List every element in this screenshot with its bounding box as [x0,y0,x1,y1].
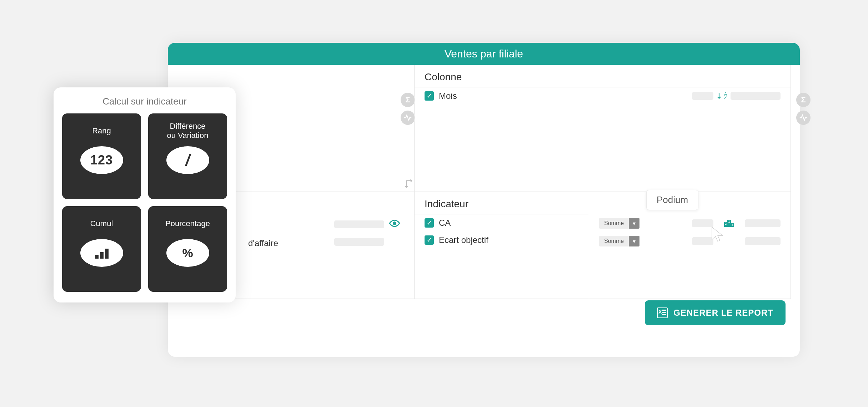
calc-tile-pourcentage[interactable]: Pourcentage % [148,206,227,292]
svg-point-1 [393,222,396,225]
checkbox-checked-icon[interactable]: ✓ [425,218,434,228]
calc-tile-difference[interactable]: Différence ou Variation / [148,113,227,199]
calc-tile-label: Rang [92,121,111,141]
colonne-heading: Colonne [415,65,791,87]
placeholder-pill [745,237,781,245]
svg-rect-3 [100,252,104,259]
checkbox-checked-icon[interactable]: ✓ [425,235,434,245]
generate-report-button[interactable]: GENERER LE REPORT [645,300,786,325]
svg-rect-4 [105,249,109,259]
sort-az-icon[interactable]: AZ [717,92,727,100]
placeholder-pill [731,92,781,100]
aggregation-select-ecart[interactable]: Somme ▾ [599,236,639,246]
cumul-bars-icon [80,239,123,267]
indicateur-item-label: CA [439,218,451,228]
podium-icon[interactable]: 213 [724,220,734,227]
calcul-indicateur-panel: Calcul sur indicateur Rang 123 Différenc… [54,87,236,302]
placeholder-pill [692,219,713,227]
indicateur-item-ca[interactable]: ✓ CA [415,214,589,232]
calc-tile-symbol: % [166,239,209,267]
calc-tile-label: Cumul [90,214,113,233]
placeholder-pill [745,219,781,227]
generate-report-label: GENERER LE REPORT [673,308,773,318]
indicateur-section: Indicateur ✓ CA ✓ Ecart objectif [414,192,589,299]
excel-icon [657,307,668,318]
colonne-section: Colonne ✓ Mois AZ [414,65,791,192]
calcul-panel-title: Calcul sur indicateur [62,96,227,107]
pulse-right-button[interactable] [796,111,811,125]
cursor-icon [711,226,725,245]
calc-tile-symbol: 123 [80,146,123,174]
calc-tile-label: Différence ou Variation [167,121,209,141]
calc-tile-symbol: / [166,146,209,174]
podium-tooltip: Podium [646,190,698,210]
calc-tile-label: Pourcentage [165,214,210,233]
window-title: Ventes par filiale [168,43,800,65]
placeholder-pill [692,237,713,245]
sigma-right-button[interactable]: Σ [796,93,811,107]
colonne-item-mois[interactable]: ✓ Mois AZ [415,87,791,105]
ligne-item-label-peek: d'affaire [248,238,278,248]
placeholder-pill [334,220,384,228]
caret-down-icon: ▾ [629,236,639,246]
indicateur-item-label: Ecart objectif [439,235,488,245]
calc-tile-rang[interactable]: Rang 123 [62,113,141,199]
calc-tile-cumul[interactable]: Cumul [62,206,141,292]
indicateur-item-ecart[interactable]: ✓ Ecart objectif [415,232,589,249]
placeholder-pill [334,238,384,246]
builder-body: Σ Σ Colonne ✓ Mois AZ [168,65,800,340]
eye-icon[interactable] [389,218,400,231]
swap-axes-icon[interactable] [403,179,413,191]
checkbox-checked-icon[interactable]: ✓ [425,91,434,101]
colonne-item-label: Mois [439,91,457,101]
indicateur-heading: Indicateur [415,192,589,214]
svg-rect-2 [95,255,99,259]
caret-down-icon: ▾ [629,218,639,229]
aggregation-select-ca[interactable]: Somme ▾ [599,218,639,229]
report-builder-window: Ventes par filiale Σ Σ Colonne ✓ Mois [168,43,800,357]
placeholder-pill [692,92,713,100]
